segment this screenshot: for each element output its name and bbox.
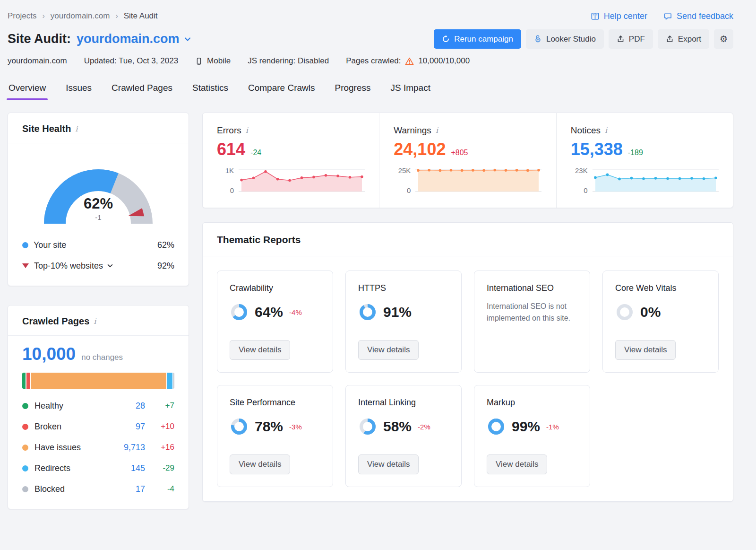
internal-linking-view-details-button[interactable]: View details	[358, 454, 419, 474]
send-feedback-link[interactable]: Send feedback	[663, 11, 733, 21]
healthy-count-link[interactable]: 28	[111, 401, 145, 411]
notices-delta: -189	[628, 148, 643, 157]
breadcrumb-item-domain[interactable]: yourdomain.com	[51, 11, 110, 21]
core-web-vitals-donut	[615, 303, 634, 322]
crawled-pages-header: Crawled Pages i	[8, 306, 189, 336]
crawled-pages-total-row: 10,000 no changes	[22, 344, 174, 364]
errors-chart-area: 1K 0	[217, 166, 365, 195]
errors-value-row: 614 -24	[217, 140, 365, 159]
have-issues-count-link[interactable]: 9,713	[111, 443, 145, 453]
site-performance-view-details-button[interactable]: View details	[230, 454, 290, 474]
meta-device-label: Mobile	[207, 56, 231, 66]
crawlability-donut	[230, 303, 249, 322]
core-web-vitals-score: 0%	[615, 303, 661, 322]
thematic-card-crawlability: Crawlability 64% -4% View details	[217, 271, 333, 373]
crawled-pages-total[interactable]: 10,000	[22, 344, 76, 364]
page-title: Site Audit: yourdomain.com	[8, 32, 191, 46]
warnings-value[interactable]: 24,102	[394, 140, 446, 159]
benchmark-dropdown[interactable]: Top-10% websites	[34, 261, 113, 271]
meta-domain: yourdomain.com	[8, 56, 67, 66]
healthy-label: Healthy	[34, 401, 111, 411]
looker-studio-button[interactable]: Looker Studio	[526, 29, 604, 49]
header-actions: Rerun campaign Looker Studio PDF	[434, 29, 733, 49]
notices-y-axis: 23K 0	[571, 166, 588, 195]
meta-device: Mobile	[195, 56, 231, 66]
redirects-dot-icon	[22, 465, 28, 471]
help-center-label: Help center	[604, 11, 647, 21]
core-web-vitals-percent: 0%	[640, 304, 661, 320]
https-title: HTTPS	[358, 283, 386, 293]
notices-metric: Notices i 15,338 -189 23K 0	[556, 113, 733, 208]
help-center-link[interactable]: Help center	[591, 11, 647, 21]
breadcrumb-item-projects[interactable]: Projects	[8, 11, 36, 21]
bar-segment-healthy	[22, 373, 26, 389]
your-site-label: Your site	[34, 240, 66, 250]
errors-value[interactable]: 614	[217, 140, 245, 159]
upload-icon	[666, 35, 674, 43]
internal-linking-score: 58% -2%	[358, 417, 430, 436]
feedback-icon	[663, 12, 672, 21]
https-view-details-button[interactable]: View details	[358, 340, 419, 360]
tab-compare-crawls[interactable]: Compare Crawls	[247, 80, 316, 100]
benchmark-value: 92%	[157, 261, 174, 271]
broken-count-link[interactable]: 97	[111, 422, 145, 432]
https-donut	[358, 303, 377, 322]
site-performance-percent: 78%	[255, 419, 283, 435]
warnings-chart-area: 25K 0	[394, 166, 541, 195]
tab-crawled-pages[interactable]: Crawled Pages	[111, 80, 173, 100]
errors-sparkline	[239, 166, 365, 195]
core-web-vitals-view-details-button[interactable]: View details	[615, 340, 676, 360]
page-title-label: Site Audit:	[8, 32, 71, 46]
notices-value[interactable]: 15,338	[571, 140, 623, 159]
healthy-delta: +7	[152, 401, 174, 410]
site-performance-score: 78% -3%	[230, 417, 302, 436]
tab-statistics[interactable]: Statistics	[191, 80, 229, 100]
site-performance-donut	[230, 417, 249, 436]
warning-icon	[405, 57, 414, 66]
bar-segment-blocked	[173, 373, 174, 389]
tab-progress[interactable]: Progress	[334, 80, 371, 100]
blocked-count-link[interactable]: 17	[111, 484, 145, 494]
bar-segment-have-issues	[31, 373, 167, 389]
thematic-reports-card: Thematic Reports Crawlability 64% -4% Vi…	[202, 222, 733, 502]
have-issues-delta: +16	[152, 443, 174, 452]
crawlability-view-details-button[interactable]: View details	[230, 340, 290, 360]
have-issues-dot-icon	[22, 445, 28, 451]
crawled-pages-legend: Healthy 28 +7 Broken 97 +10 Have i	[22, 395, 174, 499]
crawled-pages-body: 10,000 no changes Healthy 28 +7	[8, 336, 189, 509]
internal-linking-percent: 58%	[383, 419, 412, 435]
export-label: Export	[678, 35, 701, 44]
pdf-button[interactable]: PDF	[609, 29, 653, 49]
info-icon[interactable]: i	[75, 125, 77, 133]
export-button[interactable]: Export	[658, 29, 709, 49]
internal-linking-delta: -2%	[418, 423, 430, 431]
settings-button[interactable]: ⚙	[714, 29, 733, 49]
metrics-card: Errors i 614 -24 1K 0	[202, 113, 733, 208]
domain-dropdown[interactable]: yourdomain.com	[77, 32, 191, 46]
info-icon[interactable]: i	[246, 127, 248, 134]
legend-row-redirects: Redirects 145 -29	[22, 458, 174, 479]
tab-js-impact[interactable]: JS Impact	[390, 80, 431, 100]
broken-label: Broken	[34, 422, 111, 432]
info-icon[interactable]: i	[94, 318, 96, 325]
right-column: Errors i 614 -24 1K 0	[202, 113, 733, 502]
redirects-count-link[interactable]: 145	[111, 463, 145, 473]
benchmark-triangle-icon	[22, 263, 29, 268]
rerun-campaign-button[interactable]: Rerun campaign	[434, 29, 521, 49]
meta-row: yourdomain.com Updated: Tue, Oct 3, 2023…	[8, 56, 733, 66]
info-icon[interactable]: i	[605, 127, 607, 134]
markup-view-details-button[interactable]: View details	[487, 454, 547, 474]
thematic-card-internal-linking: Internal Linking 58% -2% View details	[345, 385, 462, 487]
warnings-header: Warnings i	[394, 125, 541, 136]
legend-benchmark: Top-10% websites 92%	[22, 255, 174, 276]
info-icon[interactable]: i	[436, 127, 438, 134]
have-issues-label: Have issues	[34, 443, 111, 453]
legend-your-site: Your site 62%	[22, 235, 174, 255]
tab-overview[interactable]: Overview	[8, 80, 47, 100]
tab-issues[interactable]: Issues	[65, 80, 93, 100]
core-web-vitals-title: Core Web Vitals	[615, 283, 676, 293]
header-row: Site Audit: yourdomain.com Rerun campaig…	[8, 29, 733, 49]
thematic-reports-header: Thematic Reports	[203, 223, 733, 256]
benchmark-label: Top-10% websites	[34, 261, 103, 271]
send-feedback-label: Send feedback	[677, 11, 733, 21]
